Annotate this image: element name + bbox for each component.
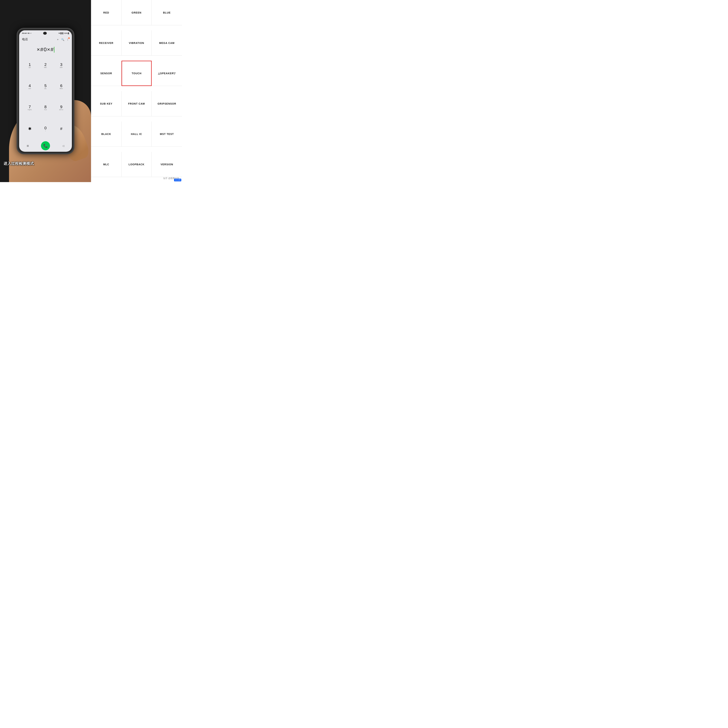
cell-sensor[interactable]: SENSOR [91, 61, 121, 86]
nav-back[interactable]: ◁ [62, 144, 64, 147]
cell-red[interactable]: RED [91, 0, 121, 25]
status-bar: 09:44 ▾ ⊗ ▪ • ≋ ▌▌▌ 31% ▓ [19, 30, 72, 35]
cell-blue[interactable]: BLUE [151, 0, 182, 25]
key-7[interactable]: 7 PQRS [22, 97, 37, 118]
cell-vibration[interactable]: VIBRATION [121, 30, 152, 56]
cell-mlc[interactable]: MLC [91, 152, 121, 177]
status-left: 09:44 ▾ ⊗ ▪ • [22, 32, 31, 34]
battery-display: 31% [64, 32, 67, 34]
cell-speaker[interactable]: △SPEAKER▽ [151, 61, 182, 86]
dialer-display: ×#0×# [19, 43, 72, 54]
zhihu-badge: 互安卓网 [174, 179, 181, 181]
phone-device: 09:44 ▾ ⊗ ▪ • ≋ ▌▌▌ 31% ▓ 电话 ＋ 🔍 [17, 28, 74, 154]
notification-badge [68, 37, 70, 39]
cell-mst-test[interactable]: MST TEST [151, 121, 182, 147]
cell-mega-cam[interactable]: MEGA CAM [151, 30, 182, 56]
keypad: 1 QO 2 ABC 3 DEF 4 GHI 5 JKL [19, 54, 72, 140]
status-right: ≋ ▌▌▌ 31% ▓ [58, 32, 69, 34]
test-grid: RED GREEN BLUE RECEIVER VIBRATION MEGA C… [91, 0, 182, 182]
time-display: 09:44 [22, 32, 26, 34]
cell-touch[interactable]: TOUCH [121, 61, 152, 86]
phone-screen: 09:44 ▾ ⊗ ▪ • ≋ ▌▌▌ 31% ▓ 电话 ＋ 🔍 [19, 30, 72, 152]
subtitle-overlay: 进入过程检测模式 [4, 161, 87, 166]
key-0[interactable]: 0 + [38, 118, 53, 139]
subtitle-text: 进入过程检测模式 [4, 161, 87, 166]
app-header: 电话 ＋ 🔍 ⋮ [19, 36, 72, 43]
search-icon[interactable]: 🔍 [61, 38, 64, 41]
app-title: 电话 [22, 38, 28, 41]
cell-green[interactable]: GREEN [121, 0, 152, 25]
key-2[interactable]: 2 ABC [38, 55, 53, 76]
key-9[interactable]: 9 WXYZ [54, 97, 69, 118]
cell-hall-ic[interactable]: HALL IC [121, 121, 152, 147]
signal-bar: ▌▌▌ [60, 32, 64, 34]
key-star[interactable]: ✱ [22, 118, 37, 139]
key-1[interactable]: 1 QO [22, 55, 37, 76]
cell-version[interactable]: VERSION [151, 152, 182, 177]
key-6[interactable]: 6 MNO [54, 76, 69, 97]
signal-icons: ▾ ⊗ ▪ • [26, 32, 31, 34]
cell-black[interactable]: BLACK [91, 121, 121, 147]
cell-receiver[interactable]: RECEIVER [91, 30, 121, 56]
cell-gripsensor[interactable]: GRIPSENSOR [151, 91, 182, 116]
wifi-icon: ≋ [58, 32, 60, 34]
front-camera [43, 32, 47, 35]
key-4[interactable]: 4 GHI [22, 76, 37, 97]
cell-sub-key[interactable]: SUB KEY [91, 91, 121, 116]
back-nav[interactable]: ⊞ [27, 144, 29, 147]
key-3[interactable]: 3 DEF [54, 55, 69, 76]
right-panel: RED GREEN BLUE RECEIVER VIBRATION MEGA C… [91, 0, 182, 182]
left-panel: 09:44 ▾ ⊗ ▪ • ≋ ▌▌▌ 31% ▓ 电话 ＋ 🔍 [0, 0, 91, 182]
more-icon[interactable]: ⋮ [66, 38, 69, 41]
key-hash[interactable]: # [54, 118, 69, 139]
phone-bottom: ⊞ 📞 ◁ [19, 140, 72, 152]
battery-icon: ▓ [68, 32, 69, 34]
header-icons: ＋ 🔍 ⋮ [57, 38, 69, 41]
key-8[interactable]: 8 TUV [38, 97, 53, 118]
add-icon[interactable]: ＋ [57, 38, 59, 41]
cell-loopback[interactable]: LOOPBACK [121, 152, 152, 177]
call-icon: 📞 [43, 144, 48, 148]
dial-text: ×#0×# [37, 46, 54, 52]
cursor [54, 47, 54, 52]
cell-front-cam[interactable]: FRONT CAM [121, 91, 152, 116]
key-5[interactable]: 5 JKL [38, 76, 53, 97]
call-button[interactable]: 📞 [41, 141, 50, 150]
